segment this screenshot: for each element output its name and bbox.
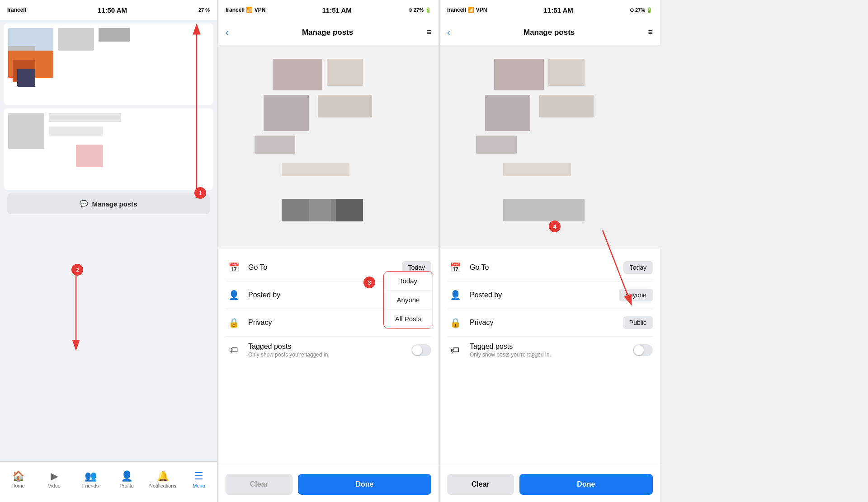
nav-menu[interactable]: ☰ Menu	[185, 471, 212, 488]
tagged-sub-3: Only show posts you're tagged in.	[470, 352, 551, 358]
bottom-nav-1: 🏠 Home ▶ Video 👥 Friends 👤 Profile 🔔 Not…	[0, 461, 217, 502]
filter-left-postedby-2: 👤 Posted by	[226, 287, 280, 303]
dropdown-options-2: Today Anyone All Posts	[383, 271, 433, 328]
post-image-2	[218, 45, 439, 249]
profile-icon: 👤	[121, 471, 133, 481]
status-bar-1: Irancell 11:50 AM 27 %	[0, 0, 217, 20]
clear-button-2[interactable]: Clear	[226, 474, 292, 495]
nav-notifications[interactable]: 🔔 Notifications	[149, 471, 176, 488]
filter-row-tagged-3: 🏷 Tagged posts Only show posts you're ta…	[447, 337, 653, 364]
manage-posts-title-2: Manage posts	[302, 28, 353, 37]
postedby-label-2: Posted by	[248, 291, 280, 299]
tagged-icon-3: 🏷	[447, 342, 463, 358]
filter-button-3[interactable]: ≡	[648, 28, 653, 37]
action-bar-3: Clear Done	[440, 466, 660, 502]
tagged-toggle-2[interactable]	[411, 344, 431, 356]
manage-posts-button[interactable]: 💬 Manage posts	[7, 193, 210, 214]
nav-friends-label: Friends	[82, 483, 99, 488]
battery-3: ⊙ 27% 🔋	[630, 7, 653, 13]
manage-posts-icon: 💬	[80, 200, 88, 208]
postedby-icon-3: 👤	[447, 287, 463, 303]
nav-profile-label: Profile	[119, 483, 133, 488]
privacy-value-3[interactable]: Public	[623, 316, 653, 329]
nav-video[interactable]: ▶ Video	[41, 471, 68, 488]
time-3: 11:51 AM	[543, 6, 573, 14]
battery-2: ⊙ 27% 🔋	[408, 7, 431, 13]
privacy-label-3: Privacy	[470, 319, 493, 327]
tagged-toggle-3[interactable]	[633, 344, 653, 356]
postedby-label-3: Posted by	[470, 291, 502, 299]
filter-left-tagged-2: 🏷 Tagged posts Only show posts you're ta…	[226, 342, 330, 358]
tagged-label-3: Tagged posts	[470, 342, 551, 351]
blurred-content-1: 💬 Manage posts 1 2	[0, 20, 217, 461]
action-bar-2: Clear Done	[218, 466, 439, 502]
privacy-icon-3: 🔒	[447, 314, 463, 331]
time-2: 11:51 AM	[322, 6, 351, 14]
goto-label-3: Go To	[470, 263, 489, 272]
step-badge-2: 2	[71, 264, 83, 276]
manage-posts-label: Manage posts	[92, 200, 137, 208]
tagged-label-2: Tagged posts	[248, 342, 330, 351]
nav-profile[interactable]: 👤 Profile	[113, 471, 140, 488]
panel-3: Irancell 📶 VPN 11:51 AM ⊙ 27% 🔋 ‹ Manage…	[440, 0, 660, 502]
back-button-2[interactable]: ‹	[226, 27, 229, 38]
time-1: 11:50 AM	[98, 6, 127, 14]
home-icon: 🏠	[12, 471, 24, 481]
filter-row-privacy-3: 🔒 Privacy Public	[447, 309, 653, 337]
carrier-3: Irancell 📶 VPN	[447, 7, 487, 13]
done-label-2: Done	[355, 480, 373, 488]
filter-left-goto-3: 📅 Go To	[447, 259, 489, 276]
filter-left-privacy-3: 🔒 Privacy	[447, 314, 493, 331]
panel-2: Irancell 📶 VPN 11:51 AM ⊙ 27% 🔋 ‹ Manage…	[218, 0, 439, 502]
battery-1: 27 %	[198, 7, 210, 13]
carrier-2: Irancell 📶 VPN	[226, 7, 265, 13]
goto-icon-3: 📅	[447, 259, 463, 276]
carrier-1: Irancell	[7, 7, 26, 13]
clear-label-3: Clear	[472, 480, 490, 488]
post-image-3	[440, 45, 660, 249]
privacy-label-2: Privacy	[248, 319, 272, 327]
manage-posts-title-3: Manage posts	[524, 28, 575, 37]
status-bar-3: Irancell 📶 VPN 11:51 AM ⊙ 27% 🔋	[440, 0, 660, 20]
tagged-text-3: Tagged posts Only show posts you're tagg…	[470, 342, 551, 358]
goto-icon-2: 📅	[226, 259, 242, 276]
done-button-3[interactable]: Done	[519, 474, 653, 495]
filter-button-2[interactable]: ≡	[426, 28, 431, 37]
nav-notifications-label: Notifications	[149, 483, 176, 488]
filter-left-goto-2: 📅 Go To	[226, 259, 267, 276]
filter-row-tagged-2: 🏷 Tagged posts Only show posts you're ta…	[226, 337, 431, 364]
clear-label-2: Clear	[250, 480, 268, 488]
arrow-2	[67, 264, 90, 354]
notifications-icon: 🔔	[157, 471, 169, 481]
postedby-icon-2: 👤	[226, 287, 242, 303]
video-icon: ▶	[51, 471, 58, 481]
clear-button-3[interactable]: Clear	[447, 474, 514, 495]
dropdown-anyone-2[interactable]: Anyone	[384, 291, 433, 310]
nav-friends[interactable]: 👥 Friends	[77, 471, 104, 488]
tagged-text-2: Tagged posts Only show posts you're tagg…	[248, 342, 330, 358]
menu-icon: ☰	[194, 471, 203, 481]
status-bar-2: Irancell 📶 VPN 11:51 AM ⊙ 27% 🔋	[218, 0, 439, 20]
goto-value-3[interactable]: Today	[623, 261, 653, 274]
nav-home-label: Home	[11, 483, 24, 488]
postedby-value-3[interactable]: Anyone	[619, 289, 653, 301]
dropdown-allposts-2[interactable]: All Posts	[384, 310, 433, 328]
panel-1: Irancell 11:50 AM 27 % 💬 Manage posts	[0, 0, 217, 502]
app-header-2: ‹ Manage posts ≡	[218, 20, 439, 45]
done-button-2[interactable]: Done	[298, 474, 431, 495]
filter-panel-3: 📅 Go To Today 👤 Posted by Anyone 🔒 Priva…	[440, 249, 660, 466]
app-header-3: ‹ Manage posts ≡	[440, 20, 660, 45]
nav-video-label: Video	[48, 483, 61, 488]
done-label-3: Done	[577, 480, 595, 488]
privacy-icon-2: 🔒	[226, 314, 242, 331]
filter-row-postedby-3: 👤 Posted by Anyone	[447, 281, 653, 309]
friends-icon: 👥	[85, 471, 97, 481]
goto-label-2: Go To	[248, 263, 267, 272]
dropdown-today-2[interactable]: Today	[384, 272, 433, 291]
nav-home[interactable]: 🏠 Home	[5, 471, 32, 488]
nav-menu-label: Menu	[193, 483, 205, 488]
tagged-sub-2: Only show posts you're tagged in.	[248, 352, 330, 358]
filter-left-privacy-2: 🔒 Privacy	[226, 314, 272, 331]
back-button-3[interactable]: ‹	[447, 27, 450, 38]
filter-row-goto-3: 📅 Go To Today	[447, 254, 653, 281]
